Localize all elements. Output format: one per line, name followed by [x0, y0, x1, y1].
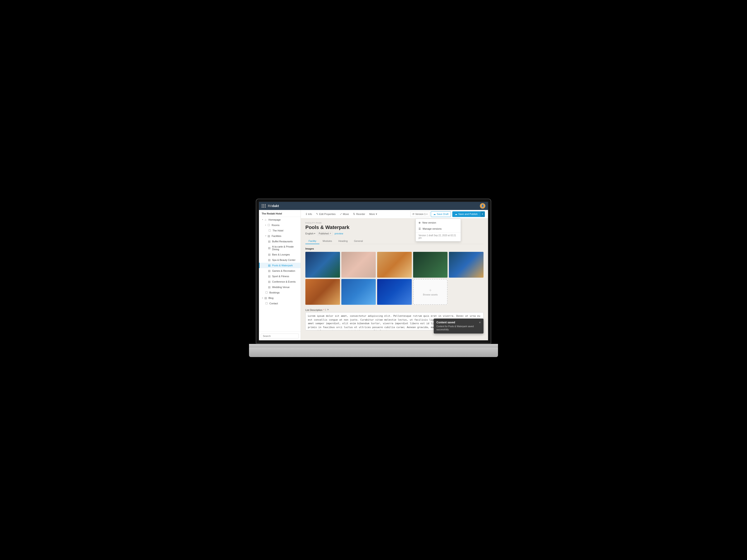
- save-publish-dropdown-button[interactable]: ▾: [480, 211, 485, 217]
- page-icon: ▤: [267, 269, 271, 272]
- images-section: Images: [305, 247, 484, 305]
- preview-link[interactable]: preview: [335, 232, 343, 235]
- save-draft-button[interactable]: ☁ Save Draft: [431, 211, 451, 217]
- version-info: Version 1 draft Sep 22, 2020 at 02:21 pm: [416, 233, 461, 240]
- sidebar-item-bookings[interactable]: ☐ Bookings: [259, 290, 301, 295]
- sidebar-item-buffet[interactable]: ▤ Buffet Restaurants: [259, 239, 301, 244]
- sidebar-search-area: [259, 331, 301, 340]
- save-publish-group: ☁ Save and Publish ▾: [452, 211, 485, 217]
- tab-heading[interactable]: Heading: [335, 238, 351, 244]
- chevron-down-icon: ▾: [262, 219, 263, 221]
- reorder-icon: ⇅: [353, 212, 355, 216]
- toast-notification: Content saved × Content for Pools & Wate…: [434, 319, 484, 334]
- version-button[interactable]: ⟳ Version 1 ▾: [410, 211, 430, 217]
- browse-assets-button[interactable]: + Browse assets: [413, 279, 448, 305]
- home-icon: ⌂: [264, 218, 267, 221]
- images-label: Images: [305, 247, 484, 250]
- sidebar-item-label: Buffet Restaurants: [272, 240, 293, 243]
- browse-assets-label: Browse assets: [423, 293, 438, 296]
- sidebar-item-sport[interactable]: ▤ Sport & Fitness: [259, 273, 301, 279]
- page-icon: ▤: [267, 286, 271, 289]
- tab-facility[interactable]: Facility: [305, 238, 319, 244]
- image-thumb-4[interactable]: [413, 252, 448, 277]
- sidebar-item-pools[interactable]: ▤ Pools & Waterpark: [259, 263, 301, 268]
- sidebar-item-wedding[interactable]: ▤ Wedding Venue: [259, 285, 301, 290]
- chevron-down-icon: ▾: [427, 213, 428, 215]
- plus-icon: +: [429, 288, 432, 293]
- version-icon: ⟳: [412, 213, 414, 216]
- page-icon: ▤: [267, 253, 271, 256]
- sidebar-item-contact[interactable]: ☐ Contact: [259, 301, 301, 306]
- chevron-right-icon: ▸: [265, 224, 266, 226]
- sidebar-item-the-hotel[interactable]: ☐ The Hotel: [259, 228, 301, 233]
- toolbar: ℹ Info ✎ Edit Properties ⤢ Move: [301, 210, 488, 219]
- version-dropdown: ⊕ New version ☰ Manage versions Version …: [416, 219, 461, 241]
- edit-icon: ✎: [316, 212, 318, 216]
- sidebar-item-alacarte[interactable]: ▤ A-la-carte & Private Dining: [259, 244, 301, 252]
- language-selector[interactable]: English ▾: [305, 232, 315, 235]
- new-version-icon: ⊕: [418, 221, 420, 224]
- info-icon: ℹ: [325, 309, 326, 311]
- external-link-icon: ↗: [329, 232, 331, 235]
- info-icon: ℹ: [306, 212, 307, 216]
- image-thumb-8[interactable]: [377, 279, 412, 305]
- sidebar-item-label: Bookings: [269, 291, 280, 294]
- image-thumb-7[interactable]: [341, 279, 376, 305]
- manage-versions-icon: ☰: [418, 228, 421, 230]
- reorder-button[interactable]: ⇅ Reorder: [351, 212, 367, 216]
- page-icon: ▤: [267, 264, 271, 267]
- folder-icon: ▤: [264, 296, 267, 299]
- page-icon: ▤: [267, 246, 271, 249]
- search-input[interactable]: [261, 334, 299, 339]
- dropdown-divider: [416, 232, 461, 233]
- sidebar-item-label: Games & Recreation: [272, 269, 295, 272]
- sidebar-item-label: Facilities: [272, 235, 281, 237]
- info-button[interactable]: ℹ Info: [304, 212, 314, 216]
- toast-title: Content saved: [436, 321, 455, 324]
- sidebar-item-homepage[interactable]: ▾ ⌂ Homepage: [259, 217, 301, 222]
- sidebar-item-facilities[interactable]: ▾ ▤ Facilities: [259, 233, 301, 239]
- sidebar-item-blog[interactable]: ▸ ▤ Blog: [259, 295, 301, 301]
- toast-close-button[interactable]: ×: [479, 321, 481, 324]
- save-draft-icon: ☁: [433, 213, 436, 216]
- folder-icon: ▤: [267, 234, 270, 238]
- sidebar-item-label: Homepage: [268, 218, 281, 221]
- page-icon: ▤: [267, 240, 271, 243]
- page-icon: ▤: [267, 280, 271, 283]
- image-thumb-5[interactable]: [449, 252, 484, 277]
- chevron-down-icon: ▾: [376, 212, 377, 216]
- new-version-item[interactable]: ⊕ New version: [416, 220, 461, 226]
- sidebar-item-bars[interactable]: ▤ Bars & Lounges: [259, 252, 301, 257]
- save-publish-button[interactable]: ☁ Save and Publish: [452, 211, 480, 217]
- app-logo: Rēdakt: [268, 204, 279, 208]
- topbar: Rēdakt 👤: [259, 202, 488, 210]
- sidebar-item-label: Conference & Events: [272, 281, 295, 283]
- content-panel: ℹ Info ✎ Edit Properties ⤢ Move: [301, 210, 488, 340]
- sidebar-item-label: Spa & Beauty Center: [272, 259, 295, 261]
- edit-properties-button[interactable]: ✎ Edit Properties: [314, 212, 337, 216]
- image-thumb-3[interactable]: [377, 252, 412, 277]
- list-description-label: List Description * ℹ ⚑: [305, 309, 484, 311]
- page-icon: ▤: [267, 275, 271, 278]
- language-label: English: [305, 232, 313, 235]
- chevron-right-icon: ▸: [262, 297, 263, 299]
- sidebar-item-rooms[interactable]: ▸ ☐ Rooms: [259, 222, 301, 228]
- manage-versions-item[interactable]: ☰ Manage versions: [416, 226, 461, 232]
- tab-modules[interactable]: Modules: [319, 238, 335, 244]
- image-thumb-2[interactable]: [341, 252, 376, 277]
- move-button[interactable]: ⤢ Move: [338, 212, 351, 216]
- tab-general[interactable]: General: [351, 238, 366, 244]
- sidebar-item-label: Blog: [268, 297, 274, 299]
- image-thumb-6[interactable]: [305, 279, 340, 305]
- apps-grid-icon[interactable]: [262, 204, 266, 208]
- more-button[interactable]: More ▾: [367, 212, 379, 216]
- sidebar-item-games[interactable]: ▤ Games & Recreation: [259, 268, 301, 273]
- page-icon: ▤: [267, 258, 271, 262]
- sidebar-item-conference[interactable]: ▤ Conference & Events: [259, 279, 301, 285]
- image-thumb-1[interactable]: [305, 252, 340, 277]
- sidebar-item-label: Sport & Fitness: [272, 275, 289, 277]
- user-avatar[interactable]: 👤: [480, 203, 485, 209]
- sidebar-item-spa[interactable]: ▤ Spa & Beauty Center: [259, 257, 301, 263]
- page-icon: ☐: [268, 229, 271, 232]
- flag-icon: ⚑: [327, 309, 329, 311]
